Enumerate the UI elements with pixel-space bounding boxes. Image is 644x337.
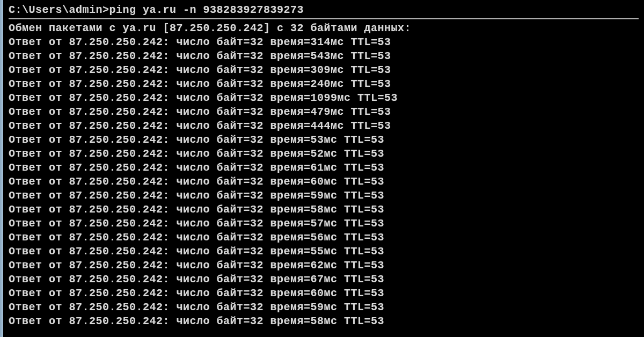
ping-reply-line: Ответ от 87.250.250.242: число байт=32 в… <box>9 245 639 259</box>
ping-reply-line: Ответ от 87.250.250.242: число байт=32 в… <box>9 35 639 49</box>
ping-reply-line: Ответ от 87.250.250.242: число байт=32 в… <box>9 119 639 133</box>
ping-reply-list: Ответ от 87.250.250.242: число байт=32 в… <box>9 35 639 328</box>
ping-reply-line: Ответ от 87.250.250.242: число байт=32 в… <box>9 314 639 328</box>
ping-reply-line: Ответ от 87.250.250.242: число байт=32 в… <box>9 161 639 175</box>
ping-header: Обмен пакетами с ya.ru [87.250.250.242] … <box>9 21 639 35</box>
ping-reply-line: Ответ от 87.250.250.242: число байт=32 в… <box>9 231 639 245</box>
command-prompt-line: C:\Users\admin>ping ya.ru -n 93828392783… <box>9 3 639 17</box>
ping-reply-line: Ответ от 87.250.250.242: число байт=32 в… <box>9 301 639 314</box>
ping-reply-line: Ответ от 87.250.250.242: число байт=32 в… <box>9 217 639 231</box>
ping-reply-line: Ответ от 87.250.250.242: число байт=32 в… <box>9 175 639 189</box>
ping-reply-line: Ответ от 87.250.250.242: число байт=32 в… <box>9 273 639 287</box>
ping-reply-line: Ответ от 87.250.250.242: число байт=32 в… <box>9 77 639 91</box>
terminal-output[interactable]: C:\Users\admin>ping ya.ru -n 93828392783… <box>3 0 644 337</box>
ping-reply-line: Ответ от 87.250.250.242: число байт=32 в… <box>9 91 639 105</box>
ping-reply-line: Ответ от 87.250.250.242: число байт=32 в… <box>9 203 639 217</box>
ping-reply-line: Ответ от 87.250.250.242: число байт=32 в… <box>9 63 639 77</box>
ping-reply-line: Ответ от 87.250.250.242: число байт=32 в… <box>9 259 639 273</box>
ping-reply-line: Ответ от 87.250.250.242: число байт=32 в… <box>9 147 639 161</box>
ping-reply-line: Ответ от 87.250.250.242: число байт=32 в… <box>9 287 639 301</box>
ping-reply-line: Ответ от 87.250.250.242: число байт=32 в… <box>9 49 639 63</box>
ping-reply-line: Ответ от 87.250.250.242: число байт=32 в… <box>9 133 639 147</box>
ping-reply-line: Ответ от 87.250.250.242: число байт=32 в… <box>9 105 639 119</box>
ping-reply-line: Ответ от 87.250.250.242: число байт=32 в… <box>9 189 639 203</box>
divider <box>9 18 639 19</box>
